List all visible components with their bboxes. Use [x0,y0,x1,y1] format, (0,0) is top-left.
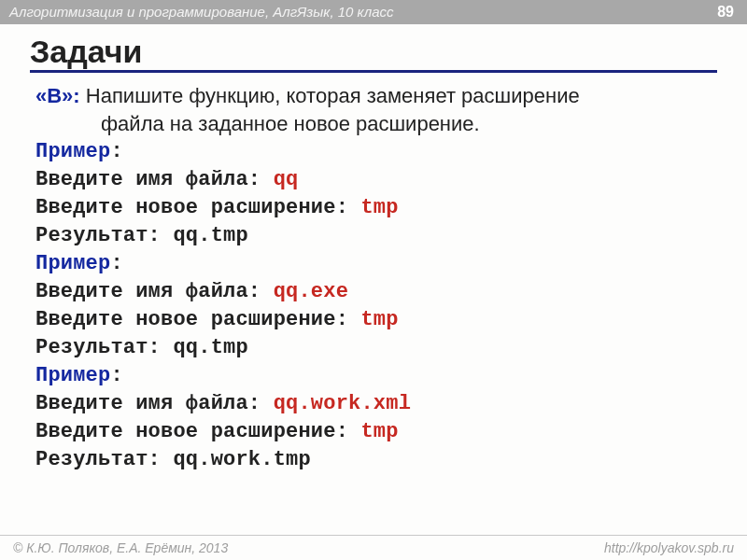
example-label: Пример [35,252,110,275]
example-2-header: Пример: [35,250,712,278]
colon: : [110,252,122,275]
example-1-input-ext: Введите новое расширение: tmp [35,194,712,222]
example-3-result: Результат: qq.work.tmp [35,446,712,474]
example-2-input-name: Введите имя файла: qq.exe [35,278,712,306]
value-ext: tmp [360,308,398,331]
copyright: © К.Ю. Поляков, Е.А. Ерёмин, 2013 [13,540,228,555]
prompt-ext: Введите новое расширение: [35,420,360,443]
prompt-filename: Введите имя файла: [35,280,274,303]
colon: : [110,364,122,387]
example-2-result: Результат: qq.tmp [35,334,712,362]
result-label: Результат: [35,448,173,471]
example-3-header: Пример: [35,362,712,390]
prompt-filename: Введите имя файла: [35,168,274,191]
task-text-1: Напишите функцию, которая заменяет расши… [80,84,580,107]
result-label: Результат: [35,224,173,247]
colon: : [110,140,122,163]
example-1-input-name: Введите имя файла: qq [35,166,712,194]
footer-url: http://kpolyakov.spb.ru [604,536,734,560]
value-filename: qq.work.xml [274,392,411,415]
result-value: qq.tmp [173,224,247,247]
slide-body: «B»: Напишите функцию, которая заменяет … [35,82,712,474]
task-description-line2: файла на заданное новое расширение. [35,110,712,138]
result-label: Результат: [35,336,173,359]
course-title: Алгоритмизация и программирование, АлгЯз… [9,4,394,20]
value-ext: tmp [360,420,398,443]
example-label: Пример [35,140,110,163]
slide-footer: © К.Ю. Поляков, Е.А. Ерёмин, 2013 http:/… [0,535,747,560]
page-title: Задачи [30,34,717,72]
example-2-input-ext: Введите новое расширение: tmp [35,306,712,334]
title-underline [30,70,717,73]
slide-header: Алгоритмизация и программирование, АлгЯз… [0,0,747,24]
task-description-line1: «B»: Напишите функцию, которая заменяет … [35,82,712,110]
value-filename: qq [274,168,299,191]
title-block: Задачи [30,34,717,73]
result-value: qq.tmp [173,336,247,359]
value-filename: qq.exe [274,280,348,303]
task-level-label: «B»: [35,84,80,107]
example-3-input-name: Введите имя файла: qq.work.xml [35,390,712,418]
slide: Алгоритмизация и программирование, АлгЯз… [0,0,747,560]
value-ext: tmp [360,196,398,219]
example-3-input-ext: Введите новое расширение: tmp [35,418,712,446]
page-number: 89 [717,0,734,24]
prompt-filename: Введите имя файла: [35,392,274,415]
example-1-header: Пример: [35,138,712,166]
example-1-result: Результат: qq.tmp [35,222,712,250]
prompt-ext: Введите новое расширение: [35,196,360,219]
result-value: qq.work.tmp [173,448,310,471]
prompt-ext: Введите новое расширение: [35,308,360,331]
example-label: Пример [35,364,110,387]
